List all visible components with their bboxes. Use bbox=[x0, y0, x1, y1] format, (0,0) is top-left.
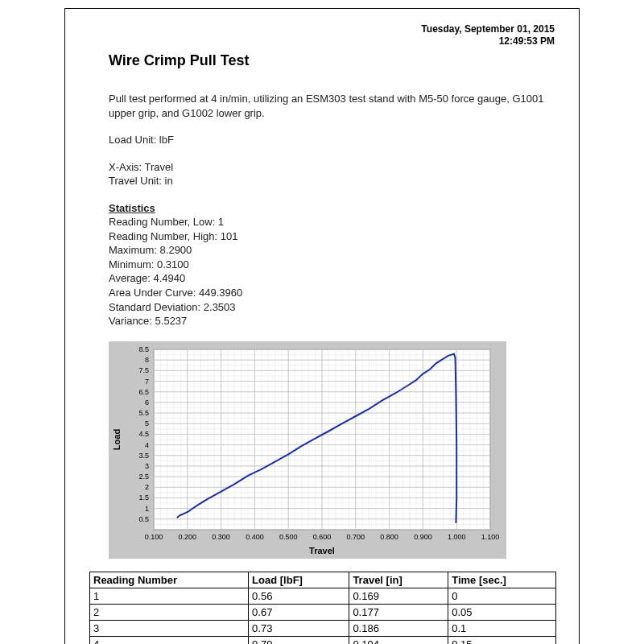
svg-text:Load: Load bbox=[112, 429, 122, 450]
svg-text:0.200: 0.200 bbox=[179, 533, 197, 541]
svg-text:1: 1 bbox=[145, 504, 149, 512]
intro-text: Pull test performed at 4 in/min, utilizi… bbox=[109, 92, 555, 120]
svg-text:0.700: 0.700 bbox=[347, 533, 365, 541]
table-cell: 2 bbox=[90, 604, 249, 620]
svg-text:3: 3 bbox=[145, 462, 149, 470]
svg-text:1.100: 1.100 bbox=[481, 533, 500, 541]
table-row: 30.730.1860.1 bbox=[90, 620, 556, 636]
table-cell: 0.73 bbox=[249, 620, 349, 636]
table-cell: 4 bbox=[90, 636, 249, 644]
table-cell: 0.194 bbox=[349, 636, 448, 644]
data-table: Reading Number Load [lbF] Travel [in] Ti… bbox=[89, 572, 556, 644]
table-cell: 0.15 bbox=[448, 636, 556, 644]
svg-text:0.400: 0.400 bbox=[246, 533, 264, 541]
stat-average: Average: 4.4940 bbox=[109, 271, 555, 286]
svg-text:2: 2 bbox=[145, 483, 149, 491]
svg-text:Travel: Travel bbox=[309, 546, 335, 555]
col-travel: Travel [in] bbox=[349, 572, 448, 588]
stat-reading-high: Reading Number, High: 101 bbox=[109, 229, 555, 244]
svg-text:0.5: 0.5 bbox=[138, 514, 149, 522]
table-cell: 0.79 bbox=[249, 636, 349, 644]
table-cell: 0.67 bbox=[249, 604, 349, 620]
table-cell: 0.1 bbox=[448, 620, 556, 636]
statistics-block: Statistics Reading Number, Low: 1 Readin… bbox=[109, 201, 555, 328]
svg-text:0.600: 0.600 bbox=[313, 533, 332, 541]
load-unit: Load Unit: lbF bbox=[109, 133, 555, 147]
table-cell: 0.05 bbox=[448, 604, 556, 620]
svg-text:1.5: 1.5 bbox=[138, 493, 149, 502]
svg-text:0.900: 0.900 bbox=[414, 533, 432, 541]
svg-text:8: 8 bbox=[145, 356, 149, 364]
axis-block: X-Axis: Travel Travel Unit: in bbox=[109, 160, 555, 188]
svg-text:7: 7 bbox=[145, 377, 149, 385]
stat-maximum: Maximum: 8.2900 bbox=[109, 243, 555, 258]
table-row: 10.560.1690 bbox=[90, 588, 556, 604]
table-cell: 0.186 bbox=[349, 620, 448, 636]
table-head: Reading Number Load [lbF] Travel [in] Ti… bbox=[90, 572, 556, 588]
page-title: Wire Crimp Pull Test bbox=[109, 52, 555, 69]
svg-text:6.5: 6.5 bbox=[138, 387, 149, 395]
svg-text:8.5: 8.5 bbox=[138, 345, 149, 353]
stat-minimum: Minimum: 0.3100 bbox=[109, 258, 555, 272]
col-time: Time [sec.] bbox=[448, 572, 556, 588]
svg-text:0.800: 0.800 bbox=[380, 533, 398, 541]
svg-text:2.5: 2.5 bbox=[138, 473, 149, 481]
svg-text:4.5: 4.5 bbox=[138, 430, 149, 438]
report-body: Pull test performed at 4 in/min, utilizi… bbox=[109, 92, 555, 328]
svg-text:5: 5 bbox=[145, 419, 149, 427]
stat-stddev: Standard Deviation: 2.3503 bbox=[109, 300, 555, 315]
stat-reading-low: Reading Number, Low: 1 bbox=[109, 215, 555, 229]
xaxis-line: X-Axis: Travel bbox=[109, 160, 555, 175]
report-page: Tuesday, September 01, 2015 12:49:53 PM … bbox=[64, 8, 580, 644]
svg-text:0.300: 0.300 bbox=[212, 533, 230, 541]
table-cell: 0 bbox=[448, 588, 556, 604]
statistics-header: Statistics bbox=[109, 201, 555, 216]
report-datetime: Tuesday, September 01, 2015 12:49:53 PM bbox=[89, 23, 555, 47]
svg-text:6: 6 bbox=[145, 398, 149, 407]
stat-variance: Variance: 5.5237 bbox=[109, 314, 555, 328]
col-load: Load [lbF] bbox=[249, 572, 349, 588]
time-line: 12:49:53 PM bbox=[89, 35, 555, 47]
table-cell: 0.169 bbox=[349, 588, 448, 604]
col-reading: Reading Number bbox=[90, 572, 249, 588]
table-row: 20.670.1770.05 bbox=[90, 604, 556, 620]
date-line: Tuesday, September 01, 2015 bbox=[89, 23, 555, 35]
svg-text:0.100: 0.100 bbox=[145, 533, 163, 541]
chart-svg: 0.1000.2000.3000.4000.5000.6000.7000.800… bbox=[109, 341, 506, 559]
table-row: 40.790.1940.15 bbox=[90, 636, 556, 644]
table-cell: 0.177 bbox=[349, 604, 448, 620]
stat-auc: Area Under Curve: 449.3960 bbox=[109, 286, 555, 300]
svg-text:0.500: 0.500 bbox=[279, 533, 298, 541]
svg-text:7.5: 7.5 bbox=[138, 366, 149, 374]
svg-text:5.5: 5.5 bbox=[138, 409, 149, 417]
table-body: 10.560.169020.670.1770.0530.730.1860.140… bbox=[90, 588, 556, 644]
travel-unit-line: Travel Unit: in bbox=[109, 174, 555, 188]
svg-text:3.5: 3.5 bbox=[138, 451, 149, 459]
svg-text:4: 4 bbox=[145, 440, 149, 448]
table-cell: 1 bbox=[90, 588, 249, 604]
table-cell: 0.56 bbox=[249, 588, 349, 604]
svg-text:1.000: 1.000 bbox=[448, 533, 466, 541]
table-cell: 3 bbox=[90, 620, 249, 636]
load-travel-chart: 0.1000.2000.3000.4000.5000.6000.7000.800… bbox=[109, 341, 506, 559]
